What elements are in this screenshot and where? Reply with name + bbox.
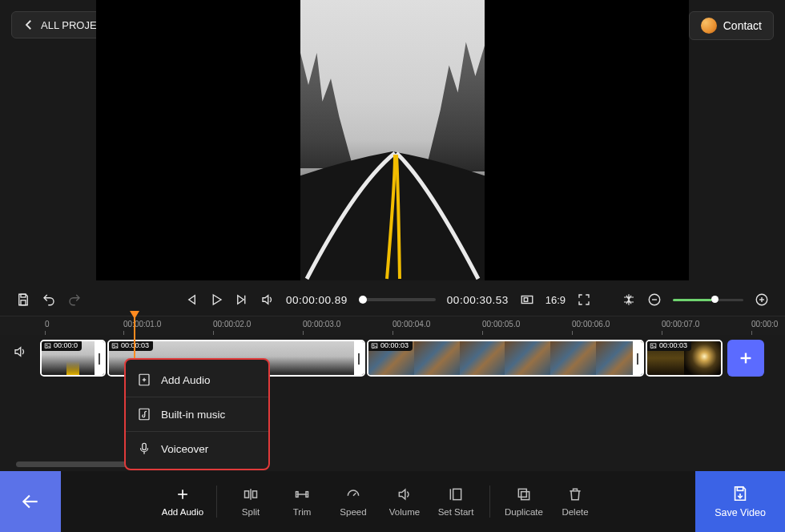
menu-item-builtin-music[interactable]: Built-in music <box>126 397 268 431</box>
aspect-ratio-label: 16:9 <box>545 294 566 306</box>
timeline-ruler[interactable]: 0 00:00:01.0 00:00:02.0 00:00:03.0 00:00… <box>0 316 785 335</box>
track-audio-icon[interactable] <box>13 345 27 359</box>
aspect-ratio-icon[interactable] <box>520 292 534 307</box>
clip-label: 00:00:03 <box>646 340 691 351</box>
svg-point-17 <box>652 345 654 346</box>
menu-item-voiceover[interactable]: Voiceover <box>126 431 268 466</box>
ruler-tick: 00:00:04.0 <box>392 320 430 328</box>
redo-icon <box>67 292 82 307</box>
set-start-icon <box>448 486 464 502</box>
support-avatar-icon <box>701 18 717 34</box>
svg-rect-0 <box>21 294 26 297</box>
delete-icon <box>567 486 583 502</box>
save-icon[interactable] <box>16 292 30 307</box>
contact-button[interactable]: Contact <box>689 11 774 40</box>
arrow-left-icon <box>20 491 41 512</box>
timeline: 00:00:0 | 00:00:03 | 00:00:03 | 00:00:03 <box>0 335 785 473</box>
clip[interactable]: 00:00:0 | <box>40 340 106 377</box>
music-note-icon <box>137 407 151 421</box>
svg-rect-23 <box>139 409 149 420</box>
contact-label: Contact <box>723 19 762 32</box>
preview-frame <box>300 0 485 280</box>
tool-label: Trim <box>293 507 312 517</box>
tool-label: Add Audio <box>162 507 203 517</box>
separator <box>216 486 217 518</box>
clip-label: 00:00:03 <box>107 340 153 351</box>
total-time: 00:00:30.53 <box>447 294 509 306</box>
svg-rect-36 <box>453 489 461 499</box>
back-button[interactable] <box>0 471 61 532</box>
separator <box>489 486 490 518</box>
cut-icon[interactable] <box>622 292 636 307</box>
tool-label: Volume <box>389 507 420 517</box>
ruler-tick: 00:00:05.0 <box>482 320 520 328</box>
clip-label: 00:00:0 <box>40 340 82 351</box>
zoom-slider[interactable] <box>673 299 743 301</box>
ruler-tick: 00:00:02.0 <box>213 320 251 328</box>
save-video-icon <box>731 485 749 502</box>
add-clip-button[interactable] <box>727 340 764 377</box>
timeline-scrollbar[interactable] <box>16 461 128 467</box>
clip-trim-handle[interactable]: | <box>354 341 364 375</box>
volume-icon <box>397 486 413 502</box>
svg-rect-39 <box>518 489 526 497</box>
svg-rect-30 <box>253 491 257 498</box>
ruler-tick: 0 <box>45 320 50 328</box>
tool-volume[interactable]: Volume <box>379 486 430 517</box>
svg-rect-38 <box>521 492 529 500</box>
tool-delete[interactable]: Delete <box>550 486 601 517</box>
tool-label: Speed <box>340 507 366 517</box>
svg-point-13 <box>114 345 115 346</box>
menu-label: Built-in music <box>161 409 225 421</box>
microphone-icon <box>137 441 151 456</box>
next-frame-icon[interactable] <box>235 292 249 307</box>
ruler-tick: 00:00:06.0 <box>572 320 610 328</box>
clip-trim-handle[interactable]: | <box>95 341 104 375</box>
svg-rect-4 <box>524 298 528 302</box>
tool-trim[interactable]: Trim <box>276 486 328 517</box>
tool-speed[interactable]: Speed <box>328 486 379 517</box>
svg-rect-24 <box>143 443 147 449</box>
svg-point-15 <box>373 345 375 346</box>
clip[interactable]: 00:00:03 <box>646 340 723 377</box>
tool-duplicate[interactable]: Duplicate <box>498 486 550 517</box>
clip[interactable]: 00:00:03 | <box>367 340 644 377</box>
clip-label: 00:00:03 <box>367 340 413 351</box>
seek-bar[interactable] <box>359 298 436 301</box>
add-audio-menu: Add Audio Built-in music Voiceover <box>124 358 270 470</box>
undo-icon[interactable] <box>42 292 56 307</box>
svg-rect-3 <box>521 296 533 304</box>
split-icon <box>243 486 259 502</box>
clip-trim-handle[interactable]: | <box>633 341 642 375</box>
speed-icon <box>345 486 361 502</box>
tool-label: Split <box>242 507 260 517</box>
menu-label: Voiceover <box>161 443 208 455</box>
ruler-tick: 00:00:03.0 <box>303 320 340 328</box>
previous-frame-icon[interactable] <box>183 292 198 307</box>
tool-add-audio[interactable]: Add Audio <box>157 486 208 517</box>
ruler-tick: 00:00:0 <box>751 320 778 328</box>
playback-controls: 00:00:00.89 00:00:30.53 16:9 <box>0 285 785 314</box>
ruler-tick: 00:00:01.0 <box>123 320 161 328</box>
zoom-in-icon[interactable] <box>755 292 769 307</box>
mute-icon[interactable] <box>260 292 275 307</box>
save-video-label: Save Video <box>715 507 766 518</box>
save-video-button[interactable]: Save Video <box>695 471 785 532</box>
svg-rect-29 <box>245 491 249 498</box>
add-file-icon <box>137 373 151 387</box>
zoom-out-icon[interactable] <box>647 292 662 307</box>
video-preview <box>96 0 689 280</box>
plus-icon <box>175 486 191 502</box>
duplicate-icon <box>516 486 532 502</box>
svg-marker-2 <box>213 295 221 304</box>
play-icon[interactable] <box>209 292 223 307</box>
tool-label: Delete <box>562 507 588 517</box>
current-time: 00:00:00.89 <box>286 294 348 306</box>
trim-icon <box>294 486 310 502</box>
fullscreen-icon[interactable] <box>577 292 591 307</box>
tool-label: Set Start <box>438 507 474 517</box>
tool-set-start[interactable]: Set Start <box>430 486 481 517</box>
svg-line-35 <box>353 493 356 495</box>
menu-item-add-audio[interactable]: Add Audio <box>126 363 268 397</box>
tool-split[interactable]: Split <box>225 486 276 517</box>
